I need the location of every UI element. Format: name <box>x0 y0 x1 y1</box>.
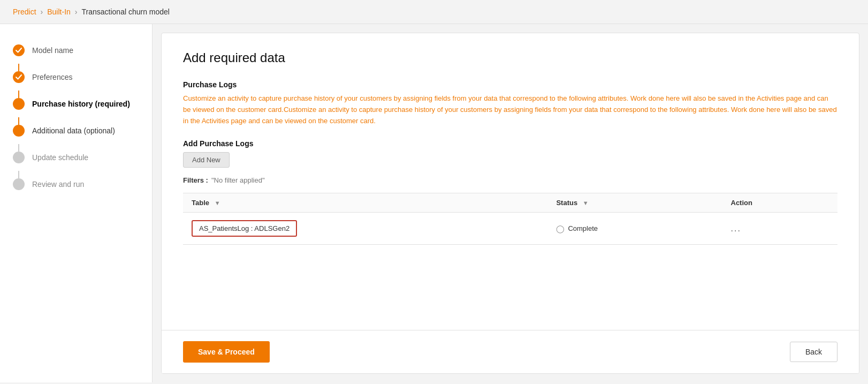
step-icon-update-schedule <box>13 152 25 163</box>
table-name-cell: AS_PatientsLog : ADLSGen2 <box>183 213 547 245</box>
table-action-cell[interactable]: ... <box>722 213 838 245</box>
content-area: Add required data Purchase Logs Customiz… <box>161 33 859 374</box>
status-filter-icon[interactable]: ▼ <box>583 200 589 206</box>
sidebar: Model name Preferences Purchase history … <box>0 24 153 382</box>
purchase-logs-description: Customize an activity to capture purchas… <box>183 93 837 126</box>
step-icon-review-run <box>13 178 25 190</box>
breadcrumb-predict[interactable]: Predict <box>13 7 36 16</box>
step-connector-2 <box>18 91 19 98</box>
sidebar-item-preferences[interactable]: Preferences <box>0 64 152 91</box>
add-new-button[interactable]: Add New <box>183 152 230 168</box>
sidebar-item-purchase-history[interactable]: Purchase history (required) <box>0 91 152 117</box>
sidebar-item-label-preferences: Preferences <box>32 73 72 81</box>
step-icon-preferences <box>13 71 25 83</box>
status-complete-icon: ◯ <box>556 224 565 233</box>
purchase-logs-title: Purchase Logs <box>183 80 837 89</box>
step-connector-1 <box>18 64 19 71</box>
data-table: Table ▼ Status ▼ Action <box>183 193 837 245</box>
col-header-action: Action <box>722 193 838 213</box>
sidebar-item-label-update-schedule: Update schedule <box>32 153 88 162</box>
sidebar-item-label-review-run: Review and run <box>32 180 84 189</box>
step-connector-4 <box>18 144 19 152</box>
sidebar-item-update-schedule[interactable]: Update schedule <box>0 144 152 171</box>
content-footer: Save & Proceed Back <box>162 330 859 373</box>
breadcrumb: Predict › Built-In › Transactional churn… <box>0 0 868 24</box>
save-proceed-button[interactable]: Save & Proceed <box>183 341 270 363</box>
back-button[interactable]: Back <box>790 342 837 362</box>
sidebar-item-additional-data[interactable]: Additional data (optional) <box>0 117 152 144</box>
action-dots[interactable]: ... <box>731 224 741 233</box>
table-name-value: AS_PatientsLog : ADLSGen2 <box>192 220 297 237</box>
table-row: AS_PatientsLog : ADLSGen2 ◯ Complete ... <box>183 213 837 245</box>
table-status-cell: ◯ Complete <box>547 213 722 245</box>
filters-row: Filters : "No filter applied" <box>183 176 837 184</box>
step-connector-5 <box>18 171 19 178</box>
add-purchase-logs-label: Add Purchase Logs <box>183 139 837 148</box>
filters-label: Filters : <box>183 176 208 184</box>
sidebar-item-model-name[interactable]: Model name <box>0 37 152 64</box>
sidebar-item-label-purchase-history: Purchase history (required) <box>32 100 130 108</box>
sidebar-item-label-additional-data: Additional data (optional) <box>32 126 115 135</box>
table-filter-icon[interactable]: ▼ <box>215 200 220 206</box>
status-value: Complete <box>568 224 598 232</box>
step-connector-3 <box>18 117 19 125</box>
filters-value: "No filter applied" <box>211 176 265 184</box>
breadcrumb-sep-2: › <box>75 7 78 16</box>
col-header-status: Status ▼ <box>547 193 722 213</box>
sidebar-item-label-model-name: Model name <box>32 46 73 55</box>
col-header-table: Table ▼ <box>183 193 547 213</box>
breadcrumb-current: Transactional churn model <box>82 7 170 16</box>
step-icon-purchase-history <box>13 98 25 110</box>
sidebar-item-review-run[interactable]: Review and run <box>0 171 152 198</box>
breadcrumb-sep-1: › <box>41 7 43 16</box>
main-layout: Model name Preferences Purchase history … <box>0 24 868 382</box>
step-icon-additional-data <box>13 125 25 137</box>
step-icon-model-name <box>13 44 25 56</box>
content-inner: Add required data Purchase Logs Customiz… <box>162 33 859 330</box>
breadcrumb-builtin[interactable]: Built-In <box>47 7 71 16</box>
page-title: Add required data <box>183 50 837 65</box>
